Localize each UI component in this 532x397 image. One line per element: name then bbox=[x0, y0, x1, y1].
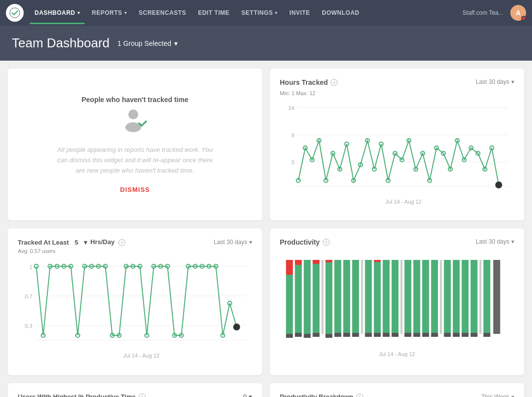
hours-chart: 14 9 5 bbox=[280, 100, 514, 211]
svg-rect-123 bbox=[453, 260, 460, 333]
chevron-down-icon: ▾ bbox=[77, 10, 80, 15]
person-check-icon bbox=[120, 106, 150, 137]
breakdown-period-selector[interactable]: This Week ▾ bbox=[482, 394, 514, 397]
svg-text:14: 14 bbox=[288, 105, 294, 111]
svg-rect-103 bbox=[365, 333, 372, 337]
svg-rect-101 bbox=[361, 260, 363, 334]
app-logo[interactable] bbox=[6, 4, 24, 22]
svg-rect-119 bbox=[431, 333, 438, 337]
svg-point-77 bbox=[234, 324, 240, 330]
nav-edittime[interactable]: EDIT TIME bbox=[193, 6, 234, 19]
productivity-breakdown-card: Productivity Breakdown i This Week ▾ bbox=[270, 383, 524, 397]
dismiss-button[interactable]: DISMISS bbox=[120, 186, 150, 193]
tracked-chart: 1 0.7 0.3 bbox=[18, 254, 252, 364]
svg-rect-102 bbox=[365, 260, 372, 333]
main-nav: DASHBOARD ▾ REPORTS ▾ SCREENCASTS EDIT T… bbox=[0, 0, 532, 26]
svg-rect-100 bbox=[352, 333, 359, 337]
people-card-title: People who haven't tracked time bbox=[81, 96, 189, 104]
chevron-down-icon: ▾ bbox=[511, 394, 514, 397]
people-card: People who haven't tracked time All peop… bbox=[8, 69, 262, 220]
chevron-down-icon: ▾ bbox=[511, 238, 514, 245]
svg-text:0.7: 0.7 bbox=[25, 293, 32, 299]
nav-invite[interactable]: INVITE bbox=[285, 6, 315, 19]
svg-rect-132 bbox=[494, 260, 500, 334]
svg-rect-97 bbox=[343, 260, 350, 333]
svg-rect-131 bbox=[484, 333, 491, 337]
nav-dashboard[interactable]: DASHBOARD ▾ bbox=[30, 6, 85, 19]
users-card-title: Users With Highest % Productive Time i bbox=[18, 393, 146, 397]
svg-point-39 bbox=[496, 182, 502, 188]
main-grid: People who haven't tracked time All peop… bbox=[0, 61, 532, 383]
productivity-period-selector[interactable]: Last 30 days ▾ bbox=[476, 238, 514, 245]
hours-card: Hours Tracked i Last 30 days ▾ Min: 1 Ma… bbox=[270, 69, 524, 220]
svg-rect-83 bbox=[295, 265, 302, 333]
hours-subtitle: Min: 1 Max: 12 bbox=[280, 90, 514, 96]
svg-rect-120 bbox=[440, 260, 442, 334]
chevron-down-icon: ▾ bbox=[174, 39, 178, 47]
page-header: Team Dashboard 1 Group Selected ▾ bbox=[0, 26, 532, 61]
chevron-down-icon: ▾ bbox=[511, 78, 514, 85]
svg-rect-92 bbox=[326, 260, 333, 262]
svg-text:Jul 14 - Aug 12: Jul 14 - Aug 12 bbox=[123, 353, 159, 359]
info-icon[interactable]: i bbox=[323, 239, 330, 246]
svg-text:1: 1 bbox=[29, 264, 32, 270]
chevron-down-icon: ▾ bbox=[275, 10, 278, 15]
svg-point-0 bbox=[10, 8, 20, 18]
info-icon[interactable]: i bbox=[139, 394, 146, 397]
user-avatar[interactable]: A bbox=[510, 5, 526, 21]
svg-rect-126 bbox=[462, 333, 469, 337]
tracked-threshold-selector[interactable]: Tracked At Least 5 ▾ bbox=[18, 239, 87, 246]
svg-rect-105 bbox=[374, 262, 381, 333]
hours-period-selector[interactable]: Last 30 days ▾ bbox=[476, 78, 514, 85]
info-icon[interactable]: i bbox=[356, 394, 363, 397]
svg-rect-87 bbox=[304, 334, 311, 338]
tracked-unit: Hrs/Day i bbox=[90, 238, 125, 246]
info-icon[interactable]: i bbox=[118, 239, 125, 246]
svg-rect-115 bbox=[414, 333, 420, 337]
svg-rect-90 bbox=[313, 333, 320, 337]
users-card-header: Users With Highest % Productive Time i 0… bbox=[18, 393, 252, 397]
svg-rect-94 bbox=[326, 334, 333, 338]
info-icon[interactable]: i bbox=[331, 79, 338, 86]
svg-text:0.3: 0.3 bbox=[25, 323, 32, 329]
svg-rect-98 bbox=[343, 333, 350, 337]
page-title: Team Dashboard bbox=[12, 36, 110, 51]
tracked-card-header: Tracked At Least 5 ▾ Hrs/Day i Last 30 d… bbox=[18, 238, 252, 246]
group-selector[interactable]: 1 Group Selected ▾ bbox=[117, 39, 178, 47]
bottom-section: Users With Highest % Productive Time i 0… bbox=[0, 383, 532, 397]
tracked-period-selector[interactable]: Last 30 days ▾ bbox=[214, 239, 252, 246]
nav-screencasts[interactable]: SCREENCASTS bbox=[134, 6, 191, 19]
svg-rect-106 bbox=[374, 333, 381, 337]
svg-rect-112 bbox=[405, 260, 412, 333]
svg-rect-121 bbox=[444, 260, 451, 333]
svg-rect-128 bbox=[471, 333, 478, 337]
users-count-selector[interactable]: 0 ▾ bbox=[243, 393, 252, 397]
productivity-chart: Jul 14 - Aug 12 bbox=[280, 250, 514, 365]
svg-rect-122 bbox=[444, 333, 451, 337]
svg-rect-117 bbox=[422, 333, 429, 337]
svg-point-1 bbox=[128, 109, 138, 119]
svg-rect-130 bbox=[484, 260, 491, 333]
chevron-down-icon: ▾ bbox=[84, 239, 87, 246]
svg-rect-113 bbox=[405, 333, 412, 337]
svg-rect-95 bbox=[335, 260, 342, 333]
nav-download[interactable]: DOWNLOAD bbox=[317, 6, 364, 19]
svg-rect-84 bbox=[295, 333, 302, 337]
nav-reports[interactable]: REPORTS ▾ bbox=[87, 6, 132, 19]
svg-rect-124 bbox=[453, 333, 460, 337]
chevron-down-icon: ▾ bbox=[249, 239, 252, 246]
nav-settings[interactable]: SETTINGS ▾ bbox=[236, 6, 283, 19]
svg-rect-110 bbox=[392, 333, 399, 337]
chevron-down-icon: ▾ bbox=[124, 10, 127, 15]
notification-dot bbox=[521, 16, 526, 21]
svg-rect-82 bbox=[295, 260, 302, 265]
svg-rect-111 bbox=[401, 260, 403, 334]
svg-rect-125 bbox=[462, 260, 469, 333]
svg-rect-114 bbox=[414, 260, 420, 333]
svg-rect-86 bbox=[304, 260, 311, 334]
svg-rect-108 bbox=[383, 333, 390, 337]
productivity-title: Productivity i bbox=[280, 238, 330, 246]
svg-rect-107 bbox=[383, 260, 390, 333]
svg-rect-118 bbox=[431, 260, 438, 333]
productivity-card: Productivity i Last 30 days ▾ bbox=[270, 228, 524, 375]
